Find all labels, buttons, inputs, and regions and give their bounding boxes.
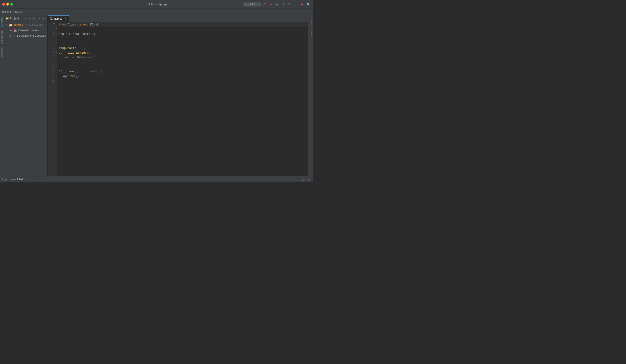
run-label: Run: xyxy=(2,178,7,181)
code-line-5 xyxy=(59,41,308,46)
line-num-7: 7 xyxy=(48,50,54,55)
bottom-tabs: Run: ▶ untitled ✕ ⚙ ✕ xyxy=(0,176,313,182)
line-num-4: 4 xyxy=(48,36,54,41)
line-num-2: 2 xyxy=(48,27,54,32)
tree-item-external-libs[interactable]: ▶ 📚 External Libraries xyxy=(4,28,47,33)
line-num-11: 11 xyxy=(48,69,54,74)
line-num-13: 13 xyxy=(48,79,54,83)
tree-label-scratches: Scratches and Consoles xyxy=(17,34,46,37)
tree-label-external-libs: External Libraries xyxy=(18,29,39,32)
code-editor[interactable]: ✓ 1 2 3 4 5 6 7 8 9 10 11 12 13 from fla… xyxy=(48,22,308,176)
search-button[interactable]: 🔍 xyxy=(306,2,311,7)
tree-arrow-ext-libs: ▶ xyxy=(10,29,12,32)
traffic-lights[interactable] xyxy=(2,3,13,5)
project-panel-header: 📁 Project ▾ ⊕ ⊟ ⚙ ✕ xyxy=(4,15,47,22)
run-tab-close[interactable]: ✕ xyxy=(24,178,26,181)
nav-project[interactable]: untitled xyxy=(2,10,11,13)
main-layout: 1: Project 2: Favorites Structure 📁 Proj… xyxy=(0,15,313,176)
project-panel: 📁 Project ▾ ⊕ ⊟ ⚙ ✕ ▼ 📁 untitled ~/Deskt… xyxy=(4,15,48,176)
line-num-6: 6 xyxy=(48,46,54,50)
editor-tab-label: app.py xyxy=(54,17,62,20)
run-tab-untitled[interactable]: ▶ untitled ✕ xyxy=(9,176,28,182)
pause-button[interactable]: ⏸ xyxy=(281,2,286,7)
minimize-button[interactable] xyxy=(6,3,9,5)
left-vertical-tabs: 1: Project 2: Favorites Structure xyxy=(0,15,4,176)
project-panel-title: Project xyxy=(10,17,24,20)
run-config-dropdown[interactable]: ▶ untitled ▾ xyxy=(243,2,261,6)
project-settings-button[interactable]: ⚙ xyxy=(37,17,41,21)
editor-area: 🐍 app.py ✕ ✓ 1 2 3 4 5 6 7 8 9 10 11 12 … xyxy=(48,15,308,176)
database-panel-label[interactable]: Database xyxy=(309,15,313,28)
tree-item-untitled[interactable]: ▼ 📁 untitled ~/Desktop/untitled xyxy=(4,22,47,28)
tree-item-scratches[interactable]: ▶ ✎ Scratches and Consoles xyxy=(4,33,47,38)
project-tree: ▼ 📁 untitled ~/Desktop/untitled ▶ 📚 Exte… xyxy=(4,22,47,176)
tree-arrow-untitled: ▼ xyxy=(6,24,8,26)
line-num-3: 3 xyxy=(48,32,54,36)
line-num-12: 12 xyxy=(48,74,54,79)
sidebar-item-favorites[interactable]: 2: Favorites xyxy=(0,29,4,45)
code-line-8: ◁ return 'Hello World!' xyxy=(59,55,308,60)
project-close-button[interactable]: ✕ xyxy=(41,17,45,21)
build-button[interactable]: ■ xyxy=(300,2,305,7)
rerun-button[interactable]: ↺ xyxy=(262,2,267,7)
run-settings-button[interactable]: ⚙ xyxy=(301,177,305,182)
line-num-10: 10 xyxy=(48,65,54,69)
bottom-right-controls: ⚙ ✕ xyxy=(301,177,311,182)
lightbulb-icon[interactable]: 💡 xyxy=(57,27,57,32)
tree-arrow-scratches: ▶ xyxy=(10,35,12,37)
code-line-4 xyxy=(59,36,308,41)
fold-arrow-7[interactable]: ▾ xyxy=(57,50,57,55)
lib-icon-external: 📚 xyxy=(13,29,17,32)
line-numbers: 1 2 3 4 5 6 7 8 9 10 11 12 13 xyxy=(48,22,57,176)
code-line-9 xyxy=(59,60,308,65)
tree-path-untitled: ~/Desktop/untitled xyxy=(24,24,44,26)
code-line-2: 💡 xyxy=(59,27,308,32)
resume-button[interactable]: ▶ xyxy=(274,2,279,7)
close-button[interactable] xyxy=(2,3,5,5)
sidebar-item-structure[interactable]: Structure xyxy=(0,45,4,59)
code-content[interactable]: from flask import Flask 💡 app = Flask(__… xyxy=(57,22,308,176)
step-into-button[interactable]: ↓ xyxy=(293,2,298,7)
code-line-3: app = Flask(__name__) xyxy=(59,32,308,36)
code-line-11: ▶ if __name__ == '__main__': xyxy=(59,69,308,74)
top-right-controls: ▶ untitled ▾ ↺ ■ ▶ ⏸ ↷ ↓ ■ 🔍 xyxy=(243,2,311,7)
line-num-1: 1 xyxy=(48,22,54,27)
sidebar-item-project[interactable]: 1: Project xyxy=(0,15,4,29)
window-title: untitled – app.py xyxy=(146,2,167,6)
nav-file[interactable]: app.py xyxy=(14,10,23,13)
nav-bar: untitled › app.py xyxy=(0,8,313,15)
scratch-icon: ✎ xyxy=(13,34,16,37)
line-num-5: 5 xyxy=(48,41,54,46)
code-line-6: @app.route('/') xyxy=(59,46,308,50)
title-bar: untitled – app.py ▶ untitled ▾ ↺ ■ ▶ ⏸ ↷… xyxy=(0,0,313,8)
line-num-8: 8 xyxy=(48,55,54,60)
project-add-button[interactable]: ⊕ xyxy=(28,17,32,21)
line-num-9: 9 xyxy=(48,60,54,65)
editor-tabs: 🐍 app.py ✕ xyxy=(48,15,308,22)
stop-button[interactable]: ■ xyxy=(268,2,273,7)
tree-label-untitled: untitled xyxy=(13,23,23,27)
editor-tab-app-py[interactable]: 🐍 app.py ✕ xyxy=(48,15,69,22)
editor-tab-close[interactable]: ✕ xyxy=(64,17,67,20)
run-config-label: untitled xyxy=(248,3,256,6)
code-line-1: from flask import Flask xyxy=(59,22,308,27)
run-close-button[interactable]: ✕ xyxy=(306,177,311,182)
code-line-12: app.run() xyxy=(59,74,308,79)
code-line-10 xyxy=(59,65,308,69)
run-tab-icon: ▶ xyxy=(11,178,13,181)
run-tab-label: untitled xyxy=(14,178,23,181)
bottom-panel: Run: ▶ untitled ✕ ⚙ ✕ ↺ ↑ ■ ↓ ≡ ⊟ 🖨 🗑 FL… xyxy=(0,176,313,182)
code-line-7: ▾ def hello_world(): xyxy=(59,50,308,55)
python-file-icon: 🐍 xyxy=(50,17,53,20)
code-line-13 xyxy=(59,79,308,83)
right-sidebar: Database SciView xyxy=(308,15,313,176)
sciview-panel-label[interactable]: SciView xyxy=(309,28,313,38)
maximize-button[interactable] xyxy=(10,3,13,5)
project-collapse-button[interactable]: ⊟ xyxy=(32,17,36,21)
folder-icon-untitled: 📁 xyxy=(9,23,12,27)
step-over-button[interactable]: ↷ xyxy=(287,2,292,7)
